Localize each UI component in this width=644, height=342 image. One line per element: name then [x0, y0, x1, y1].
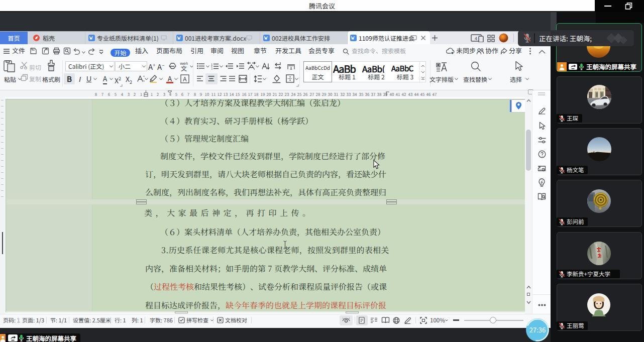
svg-text:A: A — [183, 74, 187, 83]
svg-text:4: 4 — [475, 35, 477, 42]
svg-text:3: 3 — [211, 67, 212, 70]
